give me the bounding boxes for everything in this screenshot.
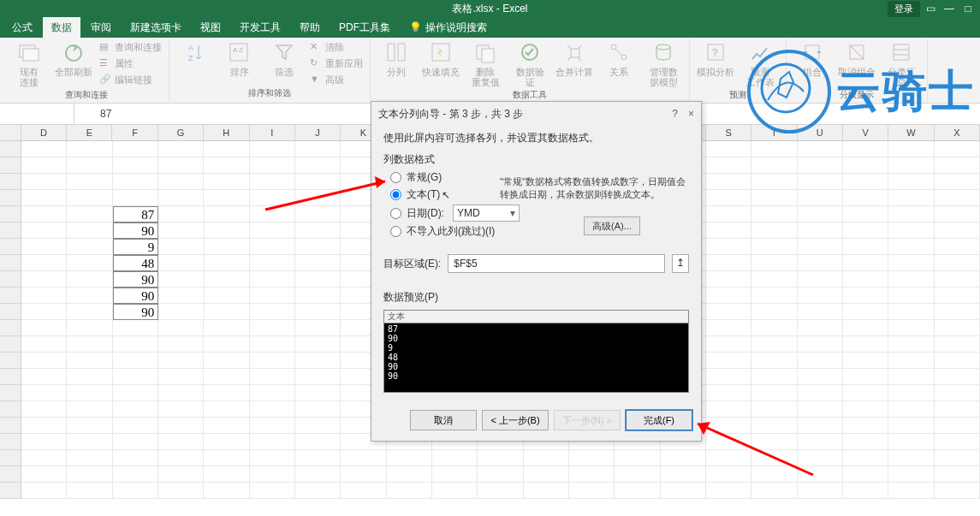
cell[interactable]: 90: [113, 271, 158, 288]
cell[interactable]: [250, 369, 295, 385]
cell[interactable]: [524, 450, 569, 466]
cell[interactable]: [204, 157, 249, 174]
cell[interactable]: [67, 320, 112, 336]
cell[interactable]: [432, 483, 478, 499]
cell[interactable]: [113, 320, 158, 336]
cell[interactable]: [250, 271, 295, 288]
cell[interactable]: [158, 336, 204, 353]
cell[interactable]: [888, 450, 934, 466]
tab-formulas[interactable]: 公式: [3, 17, 41, 38]
cell[interactable]: [158, 222, 204, 239]
cell[interactable]: [843, 288, 888, 304]
cell[interactable]: [113, 385, 158, 401]
cell[interactable]: [661, 466, 706, 483]
clear-filter-button[interactable]: ✕清除: [308, 39, 365, 55]
cell[interactable]: [706, 288, 751, 304]
cell[interactable]: [798, 385, 843, 401]
cell[interactable]: [21, 353, 67, 369]
col-header[interactable]: H: [204, 125, 249, 140]
cell[interactable]: [706, 483, 751, 499]
cell[interactable]: [888, 222, 934, 239]
cell[interactable]: [295, 434, 341, 450]
cell[interactable]: [888, 353, 934, 369]
cell[interactable]: [158, 239, 204, 255]
cell[interactable]: [250, 190, 295, 206]
cell[interactable]: [295, 255, 341, 271]
properties-button[interactable]: ☰属性: [98, 56, 163, 71]
dialog-close-icon[interactable]: ×: [688, 108, 694, 120]
cell[interactable]: [67, 157, 112, 174]
cell[interactable]: [888, 174, 934, 190]
cell[interactable]: [295, 385, 341, 401]
range-selector-icon[interactable]: ↥: [672, 254, 689, 273]
cell[interactable]: [158, 141, 204, 157]
radio-date[interactable]: [390, 208, 401, 219]
name-box[interactable]: [0, 104, 74, 124]
cell[interactable]: [478, 483, 523, 499]
tab-new[interactable]: 新建选项卡: [122, 17, 190, 38]
cell[interactable]: [204, 353, 249, 369]
cell[interactable]: [843, 483, 888, 499]
cell[interactable]: [888, 271, 934, 288]
cell[interactable]: [706, 401, 751, 418]
cell[interactable]: [706, 157, 751, 174]
cell[interactable]: [751, 483, 797, 499]
cell[interactable]: [295, 141, 341, 157]
cell[interactable]: [751, 320, 797, 336]
cell[interactable]: [21, 369, 67, 385]
cell[interactable]: [888, 320, 934, 336]
cell[interactable]: [843, 271, 888, 288]
cell[interactable]: [113, 401, 158, 418]
destination-input[interactable]: $F$5: [448, 254, 665, 273]
filter-button[interactable]: 筛选: [264, 39, 305, 79]
row-header[interactable]: [0, 483, 21, 499]
cell[interactable]: [888, 190, 934, 206]
cell[interactable]: [706, 304, 751, 320]
cell[interactable]: [158, 418, 204, 434]
cell[interactable]: [798, 157, 843, 174]
cell[interactable]: [615, 466, 660, 483]
row-header[interactable]: [0, 222, 21, 239]
cell[interactable]: [935, 353, 980, 369]
cell[interactable]: [615, 450, 660, 466]
cell[interactable]: [843, 434, 888, 450]
cell[interactable]: [158, 385, 204, 401]
cell[interactable]: [250, 466, 295, 483]
cell[interactable]: [798, 288, 843, 304]
cell[interactable]: [888, 141, 934, 157]
cell[interactable]: [295, 271, 341, 288]
cell[interactable]: [751, 418, 797, 434]
cell[interactable]: [250, 206, 295, 222]
cell[interactable]: [751, 190, 797, 206]
row-header[interactable]: [0, 190, 21, 206]
advanced-button[interactable]: 高级(A)...: [584, 216, 640, 235]
cell[interactable]: [843, 239, 888, 255]
row-header[interactable]: [0, 336, 21, 353]
row-header[interactable]: [0, 304, 21, 320]
cell[interactable]: [113, 466, 158, 483]
cell[interactable]: [250, 434, 295, 450]
cell[interactable]: [432, 466, 478, 483]
cell[interactable]: [67, 206, 112, 222]
cell[interactable]: [250, 450, 295, 466]
cell[interactable]: [158, 174, 204, 190]
cell[interactable]: [250, 174, 295, 190]
cell[interactable]: [205, 288, 250, 304]
cell[interactable]: [706, 418, 751, 434]
cell[interactable]: [250, 222, 295, 239]
cell[interactable]: [250, 239, 295, 255]
cell[interactable]: [387, 483, 432, 499]
cell[interactable]: [888, 434, 934, 450]
edit-links-button[interactable]: 🔗编辑链接: [98, 72, 163, 87]
cell[interactable]: [295, 190, 341, 206]
cell[interactable]: [67, 353, 112, 369]
remove-duplicates-button[interactable]: 删除重复值: [465, 39, 506, 89]
cell[interactable]: [751, 255, 797, 271]
row-header[interactable]: [0, 434, 21, 450]
radio-skip-row[interactable]: 不导入此列(跳过)(I): [390, 224, 689, 239]
cell[interactable]: [843, 385, 888, 401]
cell[interactable]: [798, 222, 843, 239]
row-header[interactable]: [0, 174, 21, 190]
cell[interactable]: [295, 157, 341, 174]
cell[interactable]: [798, 320, 843, 336]
